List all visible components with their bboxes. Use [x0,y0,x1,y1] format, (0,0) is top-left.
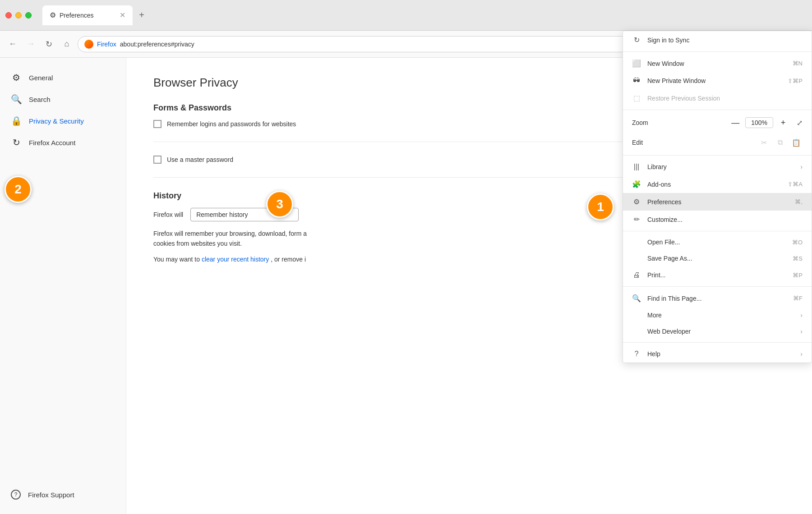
close-button[interactable] [5,12,12,18]
menu-customize[interactable]: ✏ Customize... [623,211,812,228]
remember-logins-label: Remember logins and passwords for websit… [167,120,296,128]
menu-library[interactable]: ||| Library › [623,158,812,175]
menu-divider-1 [623,51,812,52]
zoom-label: Zoom [632,119,729,126]
menu-divider-6 [623,342,812,343]
history-or: , or [271,256,280,263]
print-shortcut: ⌘P [793,272,803,279]
copy-button[interactable]: ⧉ [774,136,786,149]
menu-save-page[interactable]: Save Page As... ⌘S [623,250,812,266]
library-label: Library [647,163,794,170]
history-desc-2: You may want to clear your recent histor… [153,254,469,264]
edit-row: Edit ✂ ⧉ 📋 [623,133,812,152]
more-chevron-icon: › [800,312,803,319]
badge-3: 3 [266,191,293,218]
gear-icon: ⚙ [11,72,22,83]
menu-print[interactable]: 🖨 Print... ⌘P [623,266,812,284]
sidebar-item-support[interactable]: ? Firefox Support [0,484,126,505]
private-window-icon: 🕶 [632,77,641,85]
find-shortcut: ⌘F [793,295,803,302]
clear-history-link[interactable]: clear your recent history [202,256,269,263]
preferences-shortcut: ⌘, [795,198,803,205]
restore-session-label: Restore Previous Session [647,95,803,102]
history-dropdown-value: Remember history [196,211,248,218]
customize-icon: ✏ [632,215,641,224]
sidebar-item-search[interactable]: 🔍 Search [0,88,126,110]
menu-sign-in-sync[interactable]: ↻ Sign in to Sync [623,31,812,49]
traffic-lights [5,12,32,18]
menu-help[interactable]: ? Help › [623,345,812,363]
edit-label: Edit [632,139,757,146]
menu-new-window[interactable]: ⬜ New Window ⌘N [623,55,812,72]
home-button[interactable]: ⌂ [60,37,74,51]
forward-button[interactable]: → [23,37,38,51]
zoom-controls: — 100% + ⤢ [729,116,803,129]
menu-web-developer[interactable]: Web Developer › [623,323,812,340]
reload-button[interactable]: ↻ [42,37,56,51]
paste-button[interactable]: 📋 [790,136,803,149]
tab-close-button[interactable]: ✕ [120,11,125,19]
active-tab[interactable]: ⚙ Preferences ✕ [42,5,133,25]
sidebar-label-search: Search [29,96,51,103]
sidebar: 2 ⚙ General 🔍 Search 🔒 Privacy & Securit… [0,58,126,514]
remember-logins-checkbox[interactable] [153,120,161,128]
web-developer-label: Web Developer [647,328,794,335]
badge-2: 2 [5,176,32,203]
save-page-label: Save Page As... [647,255,786,262]
zoom-minus-button[interactable]: — [729,116,742,129]
sidebar-label-support: Firefox Support [28,491,74,499]
sign-in-sync-label: Sign in to Sync [647,37,803,44]
sidebar-item-firefox-account[interactable]: ↻ Firefox Account [0,132,126,153]
customize-label: Customize... [647,216,803,223]
minimize-button[interactable] [15,12,22,18]
library-chevron-icon: › [800,163,803,170]
cut-button[interactable]: ✂ [757,136,770,149]
help-menu-icon: ? [632,350,641,358]
lock-icon: 🔒 [11,115,22,126]
new-window-label: New Window [647,60,786,67]
history-remove-start: You may want to [153,256,200,263]
find-in-page-label: Find in This Page... [647,295,787,302]
history-remove-text: remove i [281,256,306,263]
open-file-label: Open File... [647,239,786,246]
open-file-shortcut: ⌘O [792,239,803,246]
back-button[interactable]: ← [5,37,20,51]
menu-divider-2 [623,110,812,110]
history-desc-line2: cookies from websites you visit. [153,240,242,247]
master-password-checkbox[interactable] [153,156,161,164]
addons-label: Add-ons [647,181,781,188]
main-area: 2 ⚙ General 🔍 Search 🔒 Privacy & Securit… [0,58,812,514]
sidebar-label-privacy: Privacy & Security [29,117,84,125]
menu-addons[interactable]: 🧩 Add-ons ⇧⌘A [623,175,812,193]
help-label: Help [647,350,794,358]
menu-open-file[interactable]: Open File... ⌘O [623,234,812,250]
menu-new-private-window[interactable]: 🕶 New Private Window ⇧⌘P [623,72,812,89]
new-private-label: New Private Window [647,77,781,84]
zoom-expand-icon[interactable]: ⤢ [797,119,803,127]
menu-divider-4 [623,231,812,231]
maximize-button[interactable] [25,12,32,18]
addons-icon: 🧩 [632,180,641,188]
zoom-row: Zoom — 100% + ⤢ [623,113,812,133]
firefox-logo-icon [84,40,93,49]
hamburger-dropdown: 1 ↻ Sign in to Sync ⬜ New Window ⌘N 🕶 Ne… [623,31,812,363]
menu-preferences[interactable]: ⚙ Preferences ⌘, [623,193,812,211]
help-chevron-icon: › [800,350,803,358]
sidebar-item-general[interactable]: ⚙ General [0,67,126,88]
sidebar-label-general: General [29,74,53,82]
more-label: More [647,312,794,319]
menu-find-in-page[interactable]: 🔍 Find in This Page... ⌘F [623,289,812,307]
history-desc-line1: Firefox will remember your browsing, dow… [153,230,307,237]
edit-buttons: ✂ ⧉ 📋 [757,136,803,149]
menu-divider-5 [623,286,812,287]
firefox-brand-label: Firefox [97,41,116,48]
preferences-label: Preferences [647,198,789,206]
master-password-label: Use a master password [167,156,233,163]
menu-more[interactable]: More › [623,307,812,323]
library-menu-icon: ||| [632,163,641,171]
zoom-plus-button[interactable]: + [777,116,789,129]
preferences-menu-icon: ⚙ [632,197,641,206]
sidebar-item-privacy[interactable]: 🔒 Privacy & Security [0,110,126,132]
sync-menu-icon: ↻ [632,36,641,44]
new-tab-button[interactable]: + [134,8,149,23]
